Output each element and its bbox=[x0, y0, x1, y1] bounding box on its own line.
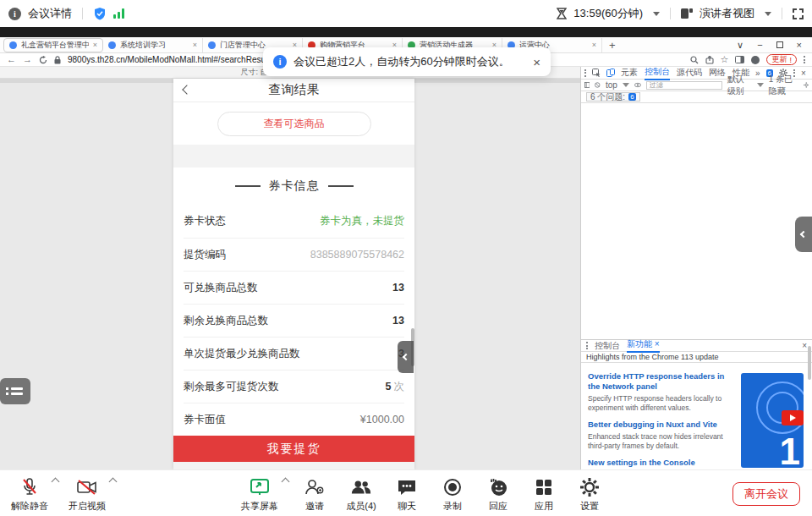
profile-avatar[interactable] bbox=[751, 56, 760, 64]
bookmark-star-icon[interactable]: ☆ bbox=[721, 55, 729, 64]
window-controls: ∨−× bbox=[737, 40, 812, 51]
meeting-topbar: i 会议详情 13:59(60分钟) 演讲者视图 bbox=[0, 0, 812, 27]
inspect-element-icon[interactable] bbox=[592, 69, 601, 77]
context-caret-icon[interactable] bbox=[623, 83, 629, 87]
browser-menu-icon[interactable] bbox=[804, 56, 805, 63]
toolbar-reactions[interactable]: 回应 bbox=[475, 477, 522, 513]
whats-new-item-title[interactable]: Better debugging in Nuxt and Vite bbox=[588, 420, 730, 430]
tab-title: 系统培训学习 bbox=[120, 40, 189, 51]
devtools-scrollbar[interactable] bbox=[808, 346, 811, 380]
tab-favicon-icon bbox=[108, 41, 116, 49]
encryption-shield-icon[interactable] bbox=[93, 7, 107, 20]
meeting-list-handle[interactable] bbox=[0, 378, 30, 404]
row-value: 5次 bbox=[386, 380, 404, 394]
window-close-icon[interactable]: × bbox=[797, 40, 802, 50]
whats-new-item: Better debugging in Nuxt and ViteEnhance… bbox=[588, 420, 730, 451]
back-chevron-icon[interactable] bbox=[182, 85, 191, 94]
lock-icon[interactable] bbox=[54, 56, 61, 64]
forward-icon[interactable]: → bbox=[23, 55, 32, 64]
view-mode-label[interactable]: 演讲者视图 bbox=[700, 6, 754, 21]
apps-icon bbox=[533, 477, 555, 497]
devtools-more-tabs-icon[interactable]: » bbox=[755, 69, 760, 78]
tab-close-icon[interactable]: × bbox=[193, 41, 197, 49]
whats-new-item-title[interactable]: New settings in the Console bbox=[588, 458, 730, 468]
meeting-info-icon[interactable]: i bbox=[8, 8, 21, 20]
back-icon[interactable]: ← bbox=[7, 55, 16, 64]
whats-new-item-desc: Enhanced stack trace now hides irrelevan… bbox=[588, 432, 730, 451]
share-screen-icon bbox=[249, 477, 271, 497]
toolbar-apps[interactable]: 应用 bbox=[520, 477, 568, 513]
table-row: 剩余最多可提货次数5次 bbox=[184, 370, 404, 403]
info-icon: i bbox=[273, 55, 287, 69]
settings-icon bbox=[579, 477, 601, 497]
tab-close-icon[interactable]: × bbox=[93, 41, 97, 49]
toolbar-invite[interactable]: 邀请 bbox=[291, 477, 338, 513]
console-sidebar-icon[interactable] bbox=[584, 81, 590, 89]
detail-rows: 券卡状态券卡为真，未提货提货编码8385889075578462可兑换商品总数1… bbox=[173, 205, 414, 436]
drawer-tab-新功能[interactable]: 新功能 × bbox=[627, 338, 660, 353]
side-panel-icon[interactable] bbox=[735, 56, 744, 63]
leave-meeting-button[interactable]: 离开会议 bbox=[732, 482, 800, 506]
timer-caret-icon[interactable] bbox=[653, 12, 660, 16]
level-caret-icon[interactable] bbox=[757, 83, 764, 87]
pickup-submit-button[interactable]: 我要提货 bbox=[173, 436, 414, 462]
drawer-close-icon[interactable]: × bbox=[802, 341, 807, 350]
share-page-icon[interactable] bbox=[705, 56, 714, 64]
console-toolbar: top 默认级别 1 条已隐藏 bbox=[581, 80, 812, 91]
devtools-tab-控制台[interactable]: 控制台 bbox=[645, 66, 670, 80]
toolbar-settings[interactable]: 设置 bbox=[566, 477, 613, 513]
clear-console-icon[interactable] bbox=[595, 81, 600, 89]
divider bbox=[82, 8, 83, 19]
toolbar-chat[interactable]: 聊天 bbox=[383, 477, 431, 513]
log-level-label[interactable]: 默认级别 bbox=[727, 74, 752, 97]
reload-icon[interactable] bbox=[39, 56, 47, 64]
toolbar-camera-off[interactable]: 开启视频 bbox=[63, 477, 111, 513]
toolbar-record[interactable]: 录制 bbox=[429, 477, 476, 513]
row-value-suffix: 次 bbox=[394, 381, 405, 392]
chrome-update-button[interactable]: 更新! bbox=[766, 54, 797, 65]
console-filter-input[interactable] bbox=[646, 81, 722, 90]
whats-new-thumbnail[interactable]: 1 bbox=[741, 373, 804, 468]
console-settings-icon[interactable] bbox=[804, 81, 809, 89]
toolbar-mic-muted[interactable]: 解除静音 bbox=[6, 477, 53, 513]
new-tab-button[interactable]: + bbox=[609, 39, 616, 52]
devtools-close-icon[interactable]: × bbox=[801, 69, 806, 78]
device-mode-icon[interactable] bbox=[606, 69, 615, 77]
window-minimize-icon[interactable]: − bbox=[757, 40, 762, 50]
devtools-tab-元素[interactable]: 元素 bbox=[621, 67, 638, 79]
table-row: 提货编码8385889075578462 bbox=[184, 238, 404, 271]
window-menu-icon[interactable]: ∨ bbox=[737, 40, 743, 51]
fullscreen-icon[interactable] bbox=[793, 8, 804, 19]
row-label: 单次提货最少兑换商品数 bbox=[184, 347, 300, 361]
browser-tab[interactable]: 系统培训学习× bbox=[103, 38, 203, 52]
side-panel-collapse-handle[interactable] bbox=[795, 217, 812, 252]
tab-close-icon[interactable]: × bbox=[592, 41, 596, 49]
live-expression-eye-icon[interactable] bbox=[634, 82, 641, 88]
drawer-tab-控制台[interactable]: 控制台 bbox=[595, 340, 620, 352]
collapse-panel-handle[interactable] bbox=[398, 341, 414, 373]
view-caret-icon[interactable] bbox=[765, 12, 771, 16]
devtools-dock-menu-icon[interactable] bbox=[584, 69, 586, 77]
devtools-tab-源代码[interactable]: 源代码 bbox=[677, 67, 702, 79]
devtools-tab-网络[interactable]: 网络 bbox=[709, 67, 726, 79]
toolbar-participants[interactable]: 成员(4) bbox=[337, 477, 385, 513]
window-maximize-icon[interactable] bbox=[776, 41, 783, 48]
toolbar-share-screen[interactable]: 共享屏幕 bbox=[236, 477, 283, 513]
shared-window-frame bbox=[0, 27, 812, 37]
decor-line bbox=[235, 185, 261, 187]
youtube-play-icon[interactable] bbox=[782, 410, 804, 425]
drawer-menu-icon[interactable] bbox=[586, 342, 588, 349]
devtools-panel: 元素控制台源代码网络性能 » 6 × top 默认级别 bbox=[580, 67, 812, 469]
issues-count-badge: 6 bbox=[628, 93, 635, 101]
toolbar-label: 开启视频 bbox=[69, 500, 106, 513]
browser-tab[interactable]: 礼盒营销平台管理中心× bbox=[3, 38, 103, 52]
zoom-search-icon[interactable] bbox=[690, 56, 699, 64]
hidden-messages-label: 1 条已隐藏 bbox=[769, 74, 798, 97]
meeting-details-label[interactable]: 会议详情 bbox=[28, 6, 72, 21]
issues-chip[interactable]: 6 个问题: 6 bbox=[586, 92, 640, 102]
view-products-button[interactable]: 查看可选商品 bbox=[217, 112, 371, 136]
table-row: 券卡面值¥1000.00 bbox=[184, 403, 404, 436]
whats-new-item-title[interactable]: Override HTTP response headers in the Ne… bbox=[588, 371, 730, 392]
toast-close-icon[interactable]: × bbox=[533, 55, 540, 69]
console-context-label[interactable]: top bbox=[606, 80, 617, 90]
